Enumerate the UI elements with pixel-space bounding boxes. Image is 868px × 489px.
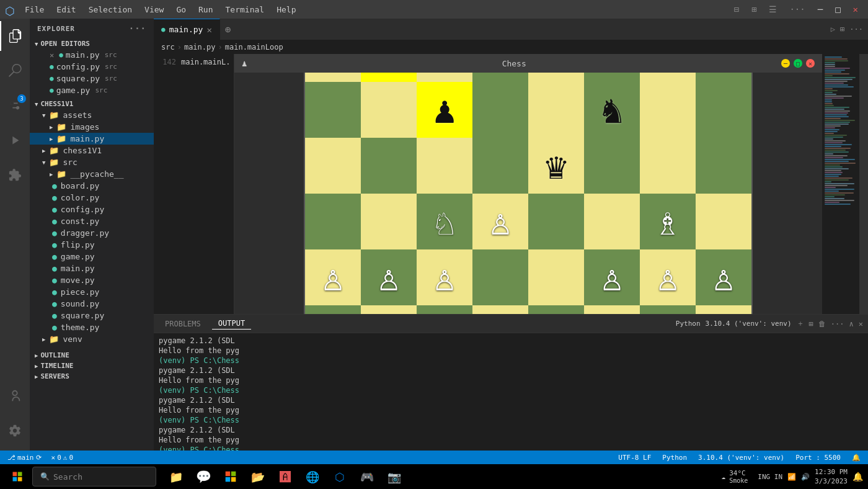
chess-minimize-btn[interactable]: ─ bbox=[781, 59, 790, 68]
taskbar-search[interactable]: 🔍 Search bbox=[32, 467, 156, 487]
file-sound-py[interactable]: ● sound.py bbox=[30, 298, 154, 310]
activity-explorer[interactable] bbox=[0, 21, 30, 51]
terminal-close-btn[interactable]: ✕ bbox=[859, 320, 863, 328]
file-board-py[interactable]: ● board.py bbox=[30, 180, 154, 192]
chess-cell-2-4[interactable] bbox=[528, 82, 584, 138]
file-const-py[interactable]: ● const.py bbox=[30, 215, 154, 227]
chess-cell-2-1[interactable] bbox=[361, 82, 417, 138]
more-icon[interactable]: ··· bbox=[784, 4, 810, 14]
activity-account[interactable] bbox=[0, 381, 30, 411]
chess-cell-5-0[interactable]: ♙ bbox=[305, 249, 361, 305]
servers-section[interactable]: ▶ SERVERS bbox=[30, 371, 154, 382]
chess-cell-1-1[interactable] bbox=[361, 73, 417, 82]
menu-selection[interactable]: Selection bbox=[84, 4, 137, 16]
assets-folder[interactable]: ▼ 📁 assets bbox=[30, 109, 154, 121]
taskbar-chat-icon[interactable]: 💬 bbox=[191, 464, 216, 489]
chess-cell-1-7[interactable]: ♟ bbox=[696, 73, 751, 82]
chess-cell-1-0[interactable]: ♟ bbox=[305, 73, 361, 82]
taskbar-folder-icon[interactable]: 📂 bbox=[246, 464, 270, 489]
chess-cell-6-6[interactable] bbox=[640, 305, 696, 315]
chess-cell-6-1[interactable] bbox=[361, 305, 417, 315]
taskbar-files-icon[interactable]: 📁 bbox=[164, 464, 188, 489]
close-window-btn[interactable]: ✕ bbox=[848, 4, 863, 14]
chess-cell-5-7[interactable]: ♙ bbox=[696, 249, 751, 305]
pycache-folder[interactable]: ▶ 📁 __pycache__ bbox=[30, 168, 154, 180]
split-icon[interactable]: ⊞ bbox=[746, 4, 761, 14]
wifi-icon[interactable]: 📶 bbox=[787, 473, 796, 481]
chess-maximize-btn[interactable]: □ bbox=[794, 59, 802, 68]
chess-cell-4-3[interactable]: ♙ bbox=[472, 194, 528, 249]
activity-source-control[interactable]: 3 bbox=[0, 91, 30, 120]
activity-run[interactable] bbox=[0, 125, 30, 155]
chess-cell-4-7[interactable] bbox=[696, 194, 751, 249]
venv-folder[interactable]: ▶ 📁 venv bbox=[30, 333, 154, 345]
chess-cell-6-5[interactable] bbox=[584, 305, 640, 315]
chess-cell-2-7[interactable] bbox=[696, 82, 751, 138]
taskbar-xbox-icon[interactable]: 🎮 bbox=[355, 464, 379, 489]
images-folder[interactable]: ▶ 📁 images bbox=[30, 121, 154, 133]
chess-cell-4-6[interactable]: ♗ bbox=[640, 194, 696, 249]
taskbar-app-icon[interactable]: 📷 bbox=[382, 464, 407, 489]
menu-view[interactable]: View bbox=[140, 4, 169, 16]
src-folder[interactable]: ▼ 📁 src bbox=[30, 156, 154, 168]
chess-cell-1-2[interactable]: ♟ bbox=[417, 73, 472, 82]
chess-cell-2-3[interactable] bbox=[472, 82, 528, 138]
tab-output[interactable]: OUTPUT bbox=[212, 318, 251, 330]
file-color-py[interactable]: ● color.py bbox=[30, 192, 154, 204]
volume-icon[interactable]: 🔊 bbox=[801, 473, 810, 481]
status-port[interactable]: Port : 5500 bbox=[793, 454, 843, 462]
status-errors[interactable]: ✕ 0 ⚠ 0 bbox=[49, 454, 76, 462]
chess-cell-5-3[interactable] bbox=[472, 249, 528, 305]
open-editors-section[interactable]: ▼ OPEN EDITORS bbox=[30, 38, 154, 49]
terminal-split-btn[interactable]: ⊞ bbox=[809, 320, 813, 328]
chess-cell-1-6[interactable]: ♟ bbox=[640, 73, 696, 82]
status-notifications[interactable]: 🔔 bbox=[849, 454, 863, 462]
terminal-more-btn[interactable]: ··· bbox=[831, 320, 844, 328]
chess-cell-3-5[interactable] bbox=[584, 138, 640, 194]
tab-close-btn[interactable]: ✕ bbox=[206, 25, 211, 35]
chess-cell-3-2[interactable] bbox=[417, 138, 472, 194]
activity-extensions[interactable] bbox=[0, 160, 30, 190]
close-main-py-btn[interactable]: ✕ bbox=[50, 51, 54, 60]
chess-cell-3-4[interactable]: ♛ bbox=[528, 138, 584, 194]
status-python-version[interactable]: 3.10.4 ('venv': venv) bbox=[696, 454, 787, 462]
taskbar-red-icon[interactable]: 🅰 bbox=[273, 464, 298, 489]
menu-go[interactable]: Go bbox=[171, 4, 191, 16]
file-config-py[interactable]: ● config.py bbox=[30, 204, 154, 215]
chess-cell-3-3[interactable] bbox=[472, 138, 528, 194]
chess-cell-6-7[interactable] bbox=[696, 305, 751, 315]
chess-cell-4-0[interactable] bbox=[305, 194, 361, 249]
weather-widget[interactable]: ☁ 34°C Smoke bbox=[717, 469, 753, 484]
minimize-window-btn[interactable]: ─ bbox=[813, 4, 828, 14]
activity-settings[interactable] bbox=[0, 416, 30, 446]
tab-problems[interactable]: PROBLEMS bbox=[159, 318, 207, 330]
open-editor-main-py[interactable]: ✕ ● main.py src bbox=[30, 49, 154, 61]
chess-cell-4-2[interactable]: ♘ bbox=[417, 194, 472, 249]
chess-cell-2-2[interactable]: ♟ bbox=[417, 82, 472, 138]
chess-cell-2-6[interactable] bbox=[640, 82, 696, 138]
chess-cell-4-4[interactable] bbox=[528, 194, 584, 249]
chess-cell-5-4[interactable] bbox=[528, 249, 584, 305]
file-flip-py[interactable]: ● flip.py bbox=[30, 239, 154, 251]
menu-help[interactable]: Help bbox=[272, 4, 301, 16]
lang-icon[interactable]: ING IN bbox=[758, 473, 782, 481]
sounds-folder[interactable]: ▶ 📁 main.py bbox=[30, 133, 154, 145]
menu-run[interactable]: Run bbox=[193, 4, 218, 16]
menu-edit[interactable]: Edit bbox=[51, 4, 81, 16]
terminal-add-btn[interactable]: ＋ bbox=[797, 318, 804, 329]
notification-icon[interactable]: 🔔 bbox=[852, 472, 863, 482]
file-dragger-py[interactable]: ● dragger.py bbox=[30, 227, 154, 239]
activity-search[interactable] bbox=[0, 56, 30, 86]
chess-cell-3-0[interactable] bbox=[305, 138, 361, 194]
run-btn[interactable]: ▷ bbox=[831, 25, 835, 34]
file-main-py[interactable]: ● main.py bbox=[30, 262, 154, 274]
maximize-window-btn[interactable]: □ bbox=[830, 4, 845, 14]
chess-cell-2-5[interactable]: ♞ bbox=[584, 82, 640, 138]
terminal-trash-btn[interactable]: 🗑 bbox=[818, 320, 826, 328]
start-button[interactable] bbox=[5, 464, 30, 489]
taskbar-windows-icon[interactable] bbox=[218, 464, 243, 489]
chess1v1-folder[interactable]: ▶ 📁 chess1V1 bbox=[30, 145, 154, 156]
chess-cell-4-5[interactable] bbox=[584, 194, 640, 249]
taskbar-vscode-icon[interactable]: ⬡ bbox=[327, 464, 352, 489]
menu-file[interactable]: File bbox=[20, 4, 49, 16]
